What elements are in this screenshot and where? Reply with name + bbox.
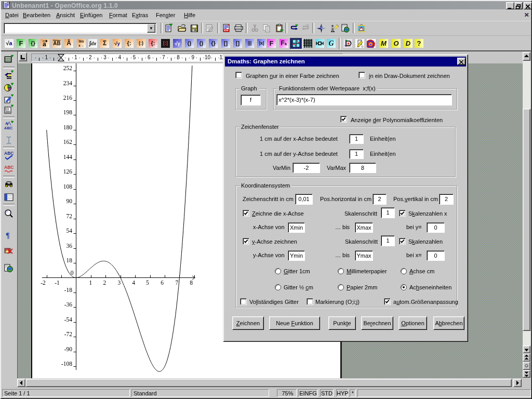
svg-text:162: 162 — [63, 139, 73, 145]
svg-text:a: a — [43, 41, 46, 48]
svg-text:144: 144 — [63, 154, 73, 160]
svg-text:-2: -2 — [41, 280, 46, 286]
svg-text:54: 54 — [66, 228, 73, 234]
svg-text:108: 108 — [63, 183, 73, 190]
svg-text:7: 7 — [176, 280, 179, 286]
svg-text:8: 8 — [190, 280, 193, 286]
svg-text:ABC: ABC — [4, 151, 14, 156]
svg-text:180: 180 — [63, 124, 73, 130]
svg-text:90: 90 — [66, 198, 73, 204]
svg-text:4: 4 — [132, 280, 135, 286]
svg-text:A: A — [5, 121, 8, 126]
svg-text:-108: -108 — [61, 361, 72, 367]
svg-text:2: 2 — [103, 280, 107, 286]
svg-text:0: 0 — [71, 270, 74, 276]
svg-text:¶: ¶ — [6, 232, 10, 240]
svg-text:126: 126 — [63, 168, 73, 175]
svg-text:36: 36 — [66, 243, 73, 249]
svg-text:18: 18 — [66, 257, 73, 263]
svg-text:-90: -90 — [64, 346, 73, 352]
svg-text:ABC: ABC — [4, 126, 13, 130]
svg-text:-54: -54 — [64, 316, 73, 323]
svg-text:198: 198 — [63, 109, 73, 115]
svg-text:216: 216 — [63, 95, 73, 101]
svg-text:-18: -18 — [64, 287, 73, 293]
svg-text:72: 72 — [66, 213, 73, 219]
svg-text:3: 3 — [117, 280, 121, 286]
svg-text:6: 6 — [161, 280, 164, 286]
svg-text:234: 234 — [63, 80, 73, 86]
svg-text:1: 1 — [89, 280, 92, 286]
svg-text:252: 252 — [63, 65, 73, 71]
svg-text:-1: -1 — [55, 280, 60, 286]
svg-text:-72: -72 — [64, 331, 73, 337]
svg-text:ABC: ABC — [4, 165, 14, 170]
svg-text:-36: -36 — [64, 301, 73, 308]
svg-text:5: 5 — [146, 280, 149, 286]
